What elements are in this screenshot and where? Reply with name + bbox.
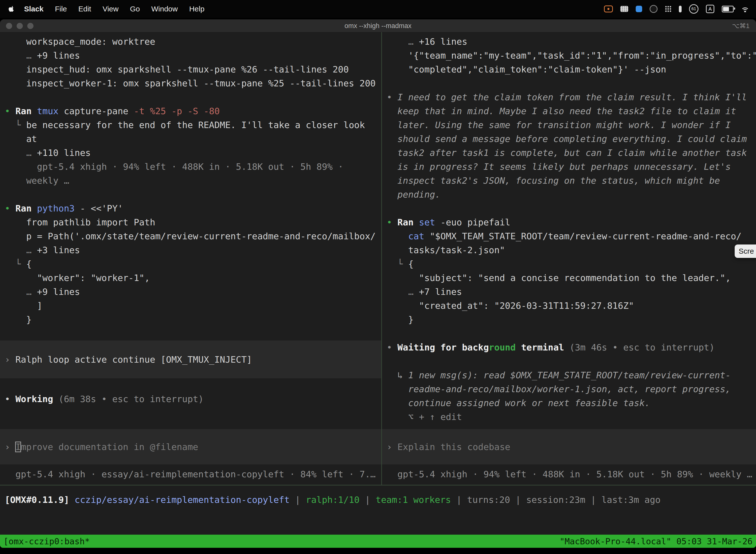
left-pane-footer: gpt-5.4 xhigh · essay/ai-reimplementatio… bbox=[5, 467, 381, 481]
left-pane-status-lines: • Working (6m 38s • esc to interrupt) bbox=[5, 378, 381, 406]
terminal-line: cat "$OMX_TEAM_STATE_ROOT/team/review-cu… bbox=[387, 229, 756, 243]
terminal-line: } bbox=[5, 313, 381, 327]
terminal-line: tasks/task-2.json" bbox=[387, 243, 756, 257]
menu-bar-left: SlackFileEditViewGoWindowHelp bbox=[0, 0, 210, 18]
omx-hud-status-line: [OMX#0.11.9] cczip/essay/ai-reimplementa… bbox=[0, 486, 756, 535]
injected-prompt-line: › Ralph loop active continue [OMX_TMUX_I… bbox=[0, 340, 381, 378]
terminal-line: task2 after task1 is complete, but can I… bbox=[387, 146, 756, 160]
terminal-line: └ { bbox=[387, 257, 756, 271]
wifi-icon[interactable] bbox=[741, 6, 749, 12]
apple-menu-icon[interactable] bbox=[8, 5, 15, 13]
menu-item-slack[interactable]: Slack bbox=[18, 0, 49, 18]
terminal-line: … +9 lines bbox=[5, 49, 381, 63]
terminal-line: workspace_mode: worktree bbox=[5, 35, 381, 49]
window-title: omx --xhigh --madmax bbox=[0, 19, 756, 32]
terminal-line: • Working (6m 38s • esc to interrupt) bbox=[5, 392, 381, 406]
terminal-line: • Ran set -euo pipefail bbox=[387, 215, 756, 229]
terminal-line bbox=[5, 378, 381, 392]
terminal-line: "created_at": "2026-03-31T11:59:27.816Z" bbox=[387, 299, 756, 313]
dark-app-icon[interactable] bbox=[649, 5, 657, 13]
terminal-line: from pathlib import Path bbox=[5, 215, 381, 229]
terminal-line: "completed","claim_token":"claim-token"}… bbox=[387, 63, 756, 76]
window-shortcut-hint: ⌥⌘1 bbox=[732, 19, 750, 32]
terminal-line: p = Path('.omx/state/team/review-current… bbox=[5, 229, 381, 243]
tmux-host-clock: "MacBook-Pro-44.local" 05:03 31-Mar-26 bbox=[560, 536, 753, 546]
menu-item-view[interactable]: View bbox=[97, 0, 124, 18]
tmux-pane-left[interactable]: workspace_mode: worktree … +9 lines insp… bbox=[0, 32, 381, 485]
terminal-line: … +3 lines bbox=[5, 243, 381, 257]
terminal-line bbox=[387, 327, 756, 340]
terminal-line: weekly … bbox=[5, 174, 381, 188]
terminal-line: pending. bbox=[387, 188, 756, 202]
terminal-content: workspace_mode: worktree … +9 lines insp… bbox=[0, 32, 756, 485]
terminal-line: • Ran tmux capture-pane -t %25 -p -S -80 bbox=[5, 104, 381, 118]
terminal-line: • I need to get the claim token from the… bbox=[387, 90, 756, 104]
stand-icon[interactable] bbox=[679, 6, 682, 12]
swift-app-icon[interactable] bbox=[636, 6, 642, 12]
terminal-line: later. Using the same for transition mig… bbox=[387, 118, 756, 132]
terminal-window: omx --xhigh --madmax ⌥⌘1 workspace_mode:… bbox=[0, 19, 756, 548]
terminal-line: "subject": "send a concise recommendatio… bbox=[387, 271, 756, 285]
prompt-input-right[interactable]: › Explain this codebase bbox=[382, 429, 756, 464]
screen-recording-icon[interactable] bbox=[604, 5, 613, 12]
keyboard-icon[interactable] bbox=[620, 6, 628, 12]
input-source-icon[interactable]: A bbox=[706, 5, 714, 13]
menu-item-go[interactable]: Go bbox=[124, 0, 145, 18]
terminal-line bbox=[387, 354, 756, 368]
terminal-line: ⌥ + ↑ edit bbox=[387, 410, 756, 424]
terminal-line: ] bbox=[5, 299, 381, 313]
terminal-line: gpt-5.4 xhigh · 94% left · 488K in · 5.1… bbox=[5, 160, 381, 174]
screenshot-popup-label: Scre bbox=[739, 247, 754, 256]
menu-item-help[interactable]: Help bbox=[184, 0, 210, 18]
terminal-line: ↳ 1 new msg(s): read $OMX_TEAM_STATE_ROO… bbox=[387, 368, 756, 382]
prompt-input-left[interactable]: › Improve documentation in @filename bbox=[0, 429, 381, 464]
screenshot-thumbnail-popup[interactable]: Scre bbox=[735, 244, 756, 258]
menu-items: SlackFileEditViewGoWindowHelp bbox=[18, 0, 210, 18]
terminal-line: inspect task2's JSON, focusing on the st… bbox=[387, 174, 756, 188]
terminal-line: • Ran python3 - <<'PY' bbox=[5, 202, 381, 215]
tmux-status-bar: [omx-cczip0:bash* "MacBook-Pro-44.local"… bbox=[0, 535, 756, 548]
terminal-line: … +7 lines bbox=[387, 285, 756, 299]
terminal-line: '{"team_name":"my-team","task_id":"1","f… bbox=[387, 49, 756, 63]
terminal-line: inspect_worker-1: omx sparkshell --tmux-… bbox=[5, 76, 381, 90]
menu-item-window[interactable]: Window bbox=[145, 0, 184, 18]
battery-icon[interactable] bbox=[722, 6, 734, 12]
tmux-pane-right[interactable]: … +16 lines '{"team_name":"my-team","tas… bbox=[382, 32, 756, 485]
terminal-line: └ be necessary for the end of the README… bbox=[5, 118, 381, 132]
terminal-line: └ { bbox=[5, 257, 381, 271]
right-pane-footer: gpt-5.4 xhigh · 94% left · 488K in · 5.1… bbox=[387, 467, 756, 481]
terminal-line: … +110 lines bbox=[5, 146, 381, 160]
left-pane-scrollback: workspace_mode: worktree … +9 lines insp… bbox=[5, 35, 381, 340]
terminal-line bbox=[387, 76, 756, 90]
menu-bar: SlackFileEditViewGoWindowHelp 61A bbox=[0, 0, 756, 18]
terminal-line bbox=[5, 188, 381, 202]
menu-status-icons: 61A bbox=[604, 0, 756, 18]
window-titlebar: omx --xhigh --madmax ⌥⌘1 bbox=[0, 19, 756, 33]
right-pane-scrollback: … +16 lines '{"team_name":"my-team","tas… bbox=[387, 35, 756, 424]
dots-grid-icon[interactable] bbox=[665, 6, 672, 12]
terminal-line bbox=[5, 90, 381, 104]
terminal-line: … +9 lines bbox=[5, 285, 381, 299]
menu-item-edit[interactable]: Edit bbox=[73, 0, 97, 18]
terminal-line: "worker": "worker-1", bbox=[5, 271, 381, 285]
terminal-line bbox=[387, 202, 756, 215]
terminal-line: • Waiting for background terminal (3m 46… bbox=[387, 340, 756, 354]
menu-item-file[interactable]: File bbox=[49, 0, 72, 18]
terminal-line: inspect_hud: omx sparkshell --tmux-pane … bbox=[5, 63, 381, 76]
terminal-line: readme-and-reco/mailbox/worker-1.json, a… bbox=[387, 382, 756, 396]
terminal-line: at bbox=[5, 132, 381, 146]
terminal-line bbox=[5, 327, 381, 340]
terminal-line: keep that in mind. Maybe I also need the… bbox=[387, 104, 756, 118]
tmux-session-label: [omx-cczip0:bash* bbox=[3, 536, 90, 546]
battery-percent-icon[interactable]: 61 bbox=[689, 4, 698, 14]
terminal-line: continue assigned work or next feasible … bbox=[387, 396, 756, 410]
terminal-line: … +16 lines bbox=[387, 35, 756, 49]
terminal-line: should send a message before completing … bbox=[387, 132, 756, 146]
terminal-line: is in progress? It seems likely but perh… bbox=[387, 160, 756, 174]
terminal-line: } bbox=[387, 313, 756, 327]
